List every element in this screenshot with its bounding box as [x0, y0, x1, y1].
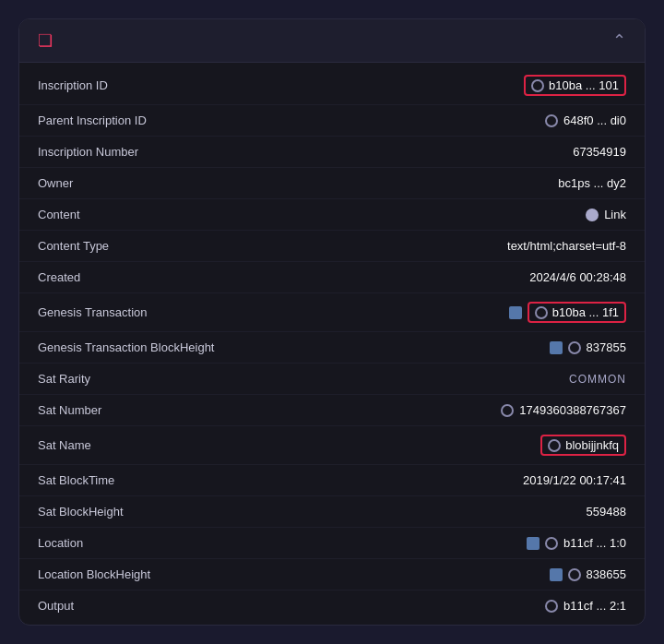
- label-location: Location: [38, 536, 83, 550]
- value-sat-number[interactable]: 1749360388767367: [501, 403, 626, 417]
- value-genesis-transaction-blockheight[interactable]: 837855: [550, 340, 626, 354]
- circle-icon: [568, 341, 581, 354]
- value-text: 838655: [587, 567, 626, 581]
- label-owner: Owner: [38, 176, 73, 190]
- label-inscription-id: Inscription ID: [38, 78, 108, 92]
- label-genesis-transaction-blockheight: Genesis Transaction BlockHeight: [38, 340, 214, 354]
- circle-icon: [545, 600, 558, 613]
- value-text: 837855: [587, 340, 626, 354]
- value-inscription-id[interactable]: b10ba ... 101: [524, 75, 626, 96]
- circle-filled-icon: [586, 209, 599, 221]
- label-parent-inscription-id: Parent Inscription ID: [38, 113, 147, 127]
- value-text: b11cf ... 1:0: [563, 536, 626, 550]
- label-sat-blocktime: Sat BlockTime: [38, 473, 114, 487]
- label-inscription-number: Inscription Number: [38, 145, 138, 159]
- circle-icon: [548, 439, 561, 452]
- label-sat-blockheight: Sat BlockHeight: [38, 505, 124, 519]
- label-created: Created: [38, 270, 80, 284]
- value-owner: bc1ps ... dy2: [558, 176, 626, 190]
- highlighted-value-sat-name[interactable]: blobijjnkfq: [540, 435, 626, 456]
- row-created: Created2024/4/6 00:28:48: [19, 262, 645, 293]
- value-text: b10ba ... 1f1: [552, 305, 619, 319]
- value-genesis-transaction[interactable]: b10ba ... 1f1: [509, 302, 626, 323]
- value-created: 2024/4/6 00:28:48: [529, 270, 626, 284]
- common-badge: COMMON: [569, 373, 626, 386]
- square-icon: [550, 568, 563, 581]
- row-content-type: Content Typetext/html;charset=utf-8: [19, 231, 645, 262]
- value-output[interactable]: b11cf ... 2:1: [545, 599, 626, 613]
- row-owner: Ownerbc1ps ... dy2: [19, 168, 645, 199]
- value-text: blobijjnkfq: [565, 438, 619, 452]
- circle-icon: [545, 537, 558, 550]
- square-icon: [527, 537, 540, 550]
- value-text: b10ba ... 101: [549, 78, 619, 92]
- value-sat-name[interactable]: blobijjnkfq: [540, 435, 626, 456]
- label-output: Output: [38, 599, 74, 613]
- row-sat-blocktime: Sat BlockTime2019/1/22 00:17:41: [19, 465, 645, 496]
- value-parent-inscription-id[interactable]: 648f0 ... di0: [545, 113, 626, 127]
- label-genesis-transaction: Genesis Transaction: [38, 305, 148, 319]
- row-sat-name: Sat Nameblobijjnkfq: [19, 426, 645, 465]
- circle-icon: [531, 79, 544, 92]
- row-location-blockheight: Location BlockHeight838655: [19, 559, 645, 590]
- row-genesis-transaction: Genesis Transactionb10ba ... 1f1: [19, 293, 645, 332]
- chevron-up-icon[interactable]: ⌃: [612, 30, 626, 51]
- highlighted-value-inscription-id[interactable]: b10ba ... 101: [524, 75, 626, 96]
- row-sat-blockheight: Sat BlockHeight559488: [19, 496, 645, 528]
- details-panel: ❏ ⌃ Inscription IDb10ba ... 101Parent In…: [18, 18, 646, 626]
- value-inscription-number: 67354919: [573, 145, 626, 159]
- value-sat-blockheight: 559488: [587, 505, 626, 519]
- value-text: b11cf ... 2:1: [563, 599, 626, 613]
- square-icon: [550, 341, 563, 354]
- header-left: ❏: [38, 30, 62, 51]
- row-sat-rarity: Sat RarityCOMMON: [19, 364, 645, 395]
- circle-icon: [568, 568, 581, 581]
- value-content-type: text/html;charset=utf-8: [507, 239, 626, 253]
- label-location-blockheight: Location BlockHeight: [38, 567, 150, 581]
- panel-header: ❏ ⌃: [19, 19, 645, 63]
- circle-icon: [501, 404, 514, 417]
- row-inscription-number: Inscription Number67354919: [19, 137, 645, 168]
- row-content: ContentLink: [19, 199, 645, 231]
- highlighted-value-genesis-transaction[interactable]: b10ba ... 1f1: [528, 302, 626, 323]
- value-text: 648f0 ... di0: [563, 113, 626, 127]
- value-content[interactable]: Link: [586, 208, 626, 221]
- label-sat-name: Sat Name: [38, 438, 91, 452]
- row-parent-inscription-id: Parent Inscription ID648f0 ... di0: [19, 105, 645, 137]
- link-text: Link: [604, 208, 626, 221]
- row-inscription-id: Inscription IDb10ba ... 101: [19, 66, 645, 105]
- label-sat-rarity: Sat Rarity: [38, 372, 90, 386]
- label-content: Content: [38, 208, 80, 221]
- value-location[interactable]: b11cf ... 1:0: [527, 536, 626, 550]
- square-icon: [509, 306, 522, 319]
- rows-container: Inscription IDb10ba ... 101Parent Inscri…: [19, 63, 645, 625]
- row-output: Outputb11cf ... 2:1: [19, 590, 645, 621]
- circle-icon: [545, 114, 558, 127]
- document-icon: ❏: [38, 30, 53, 51]
- row-genesis-transaction-blockheight: Genesis Transaction BlockHeight837855: [19, 332, 645, 364]
- value-text: 1749360388767367: [519, 403, 626, 417]
- value-location-blockheight[interactable]: 838655: [550, 567, 626, 581]
- label-sat-number: Sat Number: [38, 403, 101, 417]
- value-sat-rarity: COMMON: [569, 373, 626, 386]
- value-sat-blocktime: 2019/1/22 00:17:41: [523, 473, 626, 487]
- row-location: Locationb11cf ... 1:0: [19, 528, 645, 559]
- circle-icon: [535, 306, 548, 319]
- row-sat-number: Sat Number1749360388767367: [19, 395, 645, 426]
- label-content-type: Content Type: [38, 239, 109, 253]
